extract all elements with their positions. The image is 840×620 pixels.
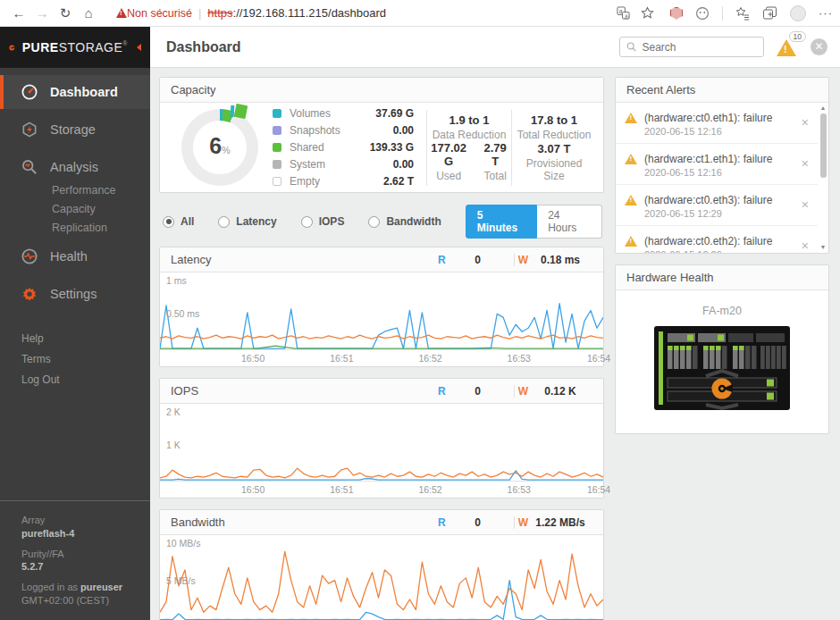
iops-panel: IOPS R0 W0.12 K 2 K 1 K 16:5016:5116:521… bbox=[159, 378, 604, 499]
radio-iops[interactable]: IOPS bbox=[301, 215, 345, 228]
sidebar-link-log-out[interactable]: Log Out bbox=[21, 373, 150, 386]
health-icon bbox=[21, 248, 38, 264]
sidebar-nav: DashboardStorageAnalysisPerformanceCapac… bbox=[0, 68, 150, 314]
radio-all[interactable]: All bbox=[163, 215, 194, 228]
chart-filter-controls: AllLatencyIOPSBandwidth 5 Minutes24 Hour… bbox=[163, 205, 602, 239]
refresh-icon[interactable]: ↻ bbox=[54, 5, 77, 21]
sidebar-subitem-capacity[interactable]: Capacity bbox=[52, 203, 150, 215]
alerts-list: (hardware:ct0.eth1): failure2020-06-15 1… bbox=[616, 103, 828, 253]
array-hardware-image[interactable] bbox=[654, 326, 790, 410]
svg-text:あ: あ bbox=[624, 13, 629, 20]
iops-rw-stats: R0 W0.12 K bbox=[438, 385, 592, 398]
legend-value: 139.33 G bbox=[370, 141, 426, 154]
alert-row: (hardware:ct0.eth2): failure2020-06-15 1… bbox=[616, 226, 818, 253]
sidebar-subitem-replication[interactable]: Replication bbox=[52, 222, 150, 234]
sidebar-link-terms[interactable]: Terms bbox=[21, 353, 150, 365]
home-icon[interactable]: ⌂ bbox=[77, 5, 100, 21]
capacity-legend: Volumes37.69 GSnapshots0.00Shared139.33 … bbox=[273, 107, 426, 188]
scroll-down-icon[interactable]: ▼ bbox=[820, 244, 827, 251]
alert-warning-icon bbox=[625, 154, 637, 164]
capacity-percent: 6 bbox=[209, 135, 222, 157]
sidebar-item-health[interactable]: Health bbox=[0, 239, 150, 273]
sidebar-link-help[interactable]: Help bbox=[21, 332, 150, 345]
feedback-smiley-icon[interactable] bbox=[695, 6, 710, 21]
scroll-thumb[interactable] bbox=[820, 113, 827, 178]
x-tick-label: 16:54 bbox=[587, 484, 610, 495]
latency-x-axis: 16:5016:5116:5216:5316:54 bbox=[160, 349, 603, 366]
favorites-bar-icon[interactable] bbox=[735, 6, 750, 21]
latency-rw-stats: R0 W0.18 ms bbox=[438, 254, 592, 266]
range-button-5-minutes[interactable]: 5 Minutes bbox=[466, 205, 537, 239]
alerts-scrollbar[interactable]: ▲ ▼ bbox=[819, 105, 827, 251]
sidebar: PURESTORAGE® DashboardStorageAnalysisPer… bbox=[0, 27, 150, 620]
alert-timestamp: 2020-06-15 12:16 bbox=[644, 167, 772, 178]
alert-message: (hardware:ct0.eth3): failure bbox=[644, 192, 772, 208]
alert-dismiss-icon[interactable]: × bbox=[798, 151, 816, 171]
range-button-24-hours[interactable]: 24 Hours bbox=[537, 205, 602, 239]
search-box[interactable] bbox=[619, 37, 764, 57]
sidebar-item-dashboard[interactable]: Dashboard bbox=[0, 75, 150, 109]
page-title: Dashboard bbox=[166, 39, 241, 55]
alert-row: (hardware:ct0.eth3): failure2020-06-15 1… bbox=[616, 185, 818, 226]
alert-dismiss-icon[interactable]: × bbox=[798, 192, 816, 212]
time-range-toggle: 5 Minutes24 Hours bbox=[466, 205, 602, 239]
sidebar-item-label: Dashboard bbox=[50, 85, 118, 99]
bandwidth-chart[interactable]: 10 MB/s 5 MB/s bbox=[160, 535, 603, 620]
security-label[interactable]: Non sécurisé bbox=[127, 7, 192, 20]
sidebar-item-label: Analysis bbox=[50, 160, 98, 174]
search-icon bbox=[626, 41, 636, 53]
alert-dismiss-icon[interactable]: × bbox=[798, 110, 816, 130]
latency-panel-title: Latency bbox=[171, 253, 212, 266]
legend-value: 0.00 bbox=[393, 124, 426, 137]
search-input[interactable] bbox=[642, 41, 757, 54]
extension-icon[interactable] bbox=[670, 7, 683, 20]
legend-label: Snapshots bbox=[290, 124, 340, 137]
sidebar-item-settings[interactable]: Settings bbox=[0, 277, 150, 311]
recent-alerts-title: Recent Alerts bbox=[616, 78, 828, 103]
sidebar-subitem-performance[interactable]: Performance bbox=[52, 184, 150, 197]
sidebar-item-storage[interactable]: Storage bbox=[0, 113, 150, 147]
sidebar-collapse-icon[interactable] bbox=[137, 44, 141, 51]
iops-chart[interactable]: 2 K 1 K bbox=[160, 404, 603, 481]
capacity-legend-item: Snapshots0.00 bbox=[273, 124, 426, 137]
scroll-up-icon[interactable]: ▲ bbox=[820, 105, 827, 112]
url-text[interactable]: https://192.168.111.215/dashboard bbox=[207, 6, 386, 20]
capacity-donut-chart: 6 % bbox=[167, 109, 273, 186]
alert-dismiss-icon[interactable]: × bbox=[798, 233, 816, 253]
capacity-panel: Capacity 6 % Volu bbox=[159, 77, 604, 193]
alert-row: (hardware:ct0.eth1): failure2020-06-15 1… bbox=[616, 103, 818, 144]
forward-icon[interactable]: → bbox=[30, 5, 54, 21]
bandwidth-rw-stats: R0 W1.22 MB/s bbox=[438, 516, 592, 529]
profile-avatar[interactable] bbox=[790, 5, 806, 21]
sidebar-item-analysis[interactable]: Analysis bbox=[0, 150, 150, 184]
address-bar[interactable]: Non sécurisé | https://192.168.111.215/d… bbox=[109, 3, 661, 24]
legend-label: System bbox=[290, 158, 325, 171]
dismiss-alerts-icon[interactable]: ✕ bbox=[811, 38, 827, 55]
hardware-model-label: FA-m20 bbox=[616, 305, 828, 317]
favorite-star-icon[interactable] bbox=[641, 6, 654, 20]
latency-panel: Latency R0 W0.18 ms 1 ms 0.50 ms 16:5016… bbox=[159, 247, 604, 367]
legend-swatch bbox=[273, 160, 281, 169]
latency-chart[interactable]: 1 ms 0.50 ms bbox=[160, 272, 603, 349]
radio-bandwidth[interactable]: Bandwidth bbox=[368, 215, 441, 228]
browser-menu-icon[interactable]: ··· bbox=[819, 6, 833, 20]
capacity-panel-title: Capacity bbox=[160, 78, 603, 103]
legend-swatch bbox=[273, 177, 281, 186]
alert-timestamp: 2020-06-15 12:29 bbox=[644, 208, 772, 219]
collections-icon[interactable] bbox=[762, 6, 777, 21]
alert-warning-icon bbox=[625, 113, 637, 123]
capacity-legend-item: System0.00 bbox=[273, 158, 426, 171]
alert-message: (hardware:ct1.eth1): failure bbox=[644, 151, 772, 167]
translate-icon[interactable]: aあ bbox=[617, 6, 630, 20]
alerts-warning-icon[interactable]: ! 10 bbox=[777, 38, 798, 56]
gauge-icon bbox=[21, 84, 38, 100]
storage-icon bbox=[21, 121, 38, 138]
radio-latency[interactable]: Latency bbox=[218, 215, 276, 228]
brand-bar: PURESTORAGE® bbox=[0, 27, 150, 68]
x-tick-label: 16:53 bbox=[508, 484, 531, 495]
alert-count-badge: 10 bbox=[789, 31, 806, 42]
sidebar-footer: Array pureflash-4 Purity//FA 5.2.7 Logge… bbox=[0, 500, 150, 620]
sidebar-item-label: Health bbox=[50, 249, 88, 264]
purestorage-logo-icon bbox=[9, 36, 15, 60]
back-icon[interactable]: ← bbox=[7, 5, 30, 21]
